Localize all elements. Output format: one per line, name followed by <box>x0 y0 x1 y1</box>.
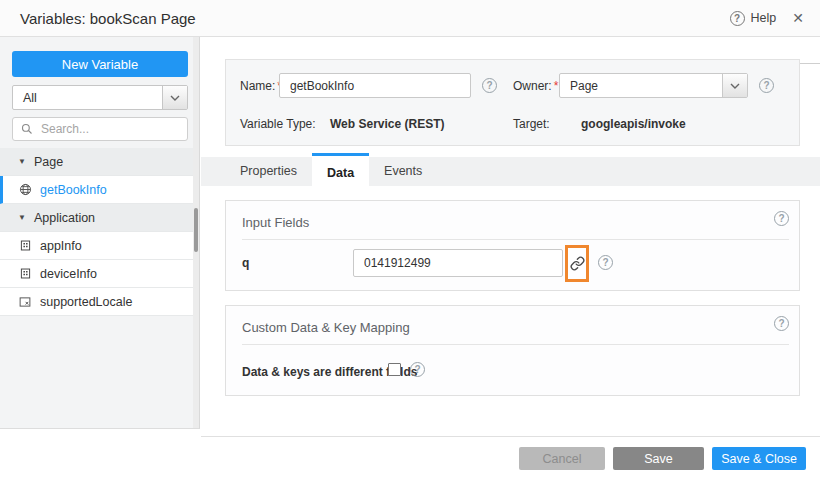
bind-data-button-highlighted[interactable] <box>565 245 589 282</box>
detail-tabs: Properties Data Events <box>201 157 820 186</box>
tree-item-appinfo[interactable]: appInfo <box>0 232 194 260</box>
chain-link-icon <box>570 256 585 271</box>
help-icon: ? <box>730 11 745 26</box>
tab-events[interactable]: Events <box>369 157 437 186</box>
different-fields-checkbox[interactable] <box>388 363 401 376</box>
name-help-icon[interactable]: ? <box>482 78 497 93</box>
locale-icon <box>18 296 32 308</box>
field-value-input[interactable] <box>353 249 563 277</box>
expand-triangle-icon[interactable]: ▼ <box>18 157 26 166</box>
variables-sidebar: New Variable All ▼ Page getBookInfo <box>0 37 200 429</box>
close-icon[interactable]: ✕ <box>792 11 804 25</box>
checkbox-help-icon[interactable]: ? <box>410 362 425 377</box>
section-divider <box>242 239 789 240</box>
app-data-icon <box>18 240 32 251</box>
tree-item-label: supportedLocale <box>40 295 132 309</box>
tree-group-page[interactable]: ▼ Page <box>0 148 194 176</box>
name-label: Name:* <box>240 79 282 93</box>
tab-data[interactable]: Data <box>312 153 369 190</box>
tab-properties[interactable]: Properties <box>225 157 312 186</box>
tree-item-label: appInfo <box>40 239 82 253</box>
variable-filter-dropdown[interactable]: All <box>12 85 188 110</box>
filter-selected-value: All <box>13 91 162 105</box>
variable-type-value: Web Service (REST) <box>330 117 444 131</box>
cancel-button[interactable]: Cancel <box>519 447 605 470</box>
section-title: Custom Data & Key Mapping <box>242 320 410 335</box>
tree-item-supportedlocale[interactable]: supportedLocale <box>0 288 194 316</box>
app-data-icon <box>18 268 32 279</box>
chevron-down-icon[interactable] <box>162 86 187 109</box>
scroll-edge-line <box>799 63 820 64</box>
sidebar-scrollbar-thumb[interactable] <box>194 208 198 252</box>
variable-summary-panel: Name:* ? Owner:* Page ? Variable Type: W… <box>225 59 800 146</box>
tree-item-label: getBookInfo <box>40 183 107 197</box>
section-title: Input Fields <box>242 215 309 230</box>
name-field[interactable] <box>279 73 471 98</box>
save-and-close-button[interactable]: Save & Close <box>712 447 806 470</box>
help-label: Help <box>751 11 777 25</box>
tree-group-application[interactable]: ▼ Application <box>0 204 194 232</box>
help-button[interactable]: ? Help <box>730 11 777 26</box>
tree-group-label: Page <box>34 155 63 169</box>
page-title: Variables: bookScan Page <box>20 10 196 27</box>
required-asterisk: * <box>554 79 559 93</box>
custom-mapping-section: Custom Data & Key Mapping ? Data & keys … <box>225 305 800 396</box>
field-name-label: q <box>242 256 249 270</box>
tree-item-getbookinfo[interactable]: getBookInfo <box>0 176 194 204</box>
input-fields-help-icon[interactable]: ? <box>774 211 789 226</box>
save-button[interactable]: Save <box>613 447 704 470</box>
tree-group-label: Application <box>34 211 95 225</box>
target-value: googleapis/invoke <box>581 117 686 131</box>
variable-detail-panel: Name:* ? Owner:* Page ? Variable Type: W… <box>201 37 820 437</box>
search-box <box>12 117 188 141</box>
dialog-header: Variables: bookScan Page ? Help ✕ <box>0 0 820 37</box>
section-divider <box>242 344 789 345</box>
tree-item-label: deviceInfo <box>40 267 97 281</box>
web-service-icon <box>18 183 32 196</box>
header-actions: ? Help ✕ <box>730 0 804 36</box>
owner-help-icon[interactable]: ? <box>759 78 774 93</box>
field-help-icon[interactable]: ? <box>598 255 613 270</box>
owner-selected-value: Page <box>560 79 722 93</box>
expand-triangle-icon[interactable]: ▼ <box>18 213 26 222</box>
target-label: Target: <box>513 117 550 131</box>
footer-actions: Cancel Save Save & Close <box>519 447 806 470</box>
custom-mapping-help-icon[interactable]: ? <box>774 316 789 331</box>
variables-dialog: Variables: bookScan Page ? Help ✕ New Va… <box>0 0 820 486</box>
chevron-down-icon[interactable] <box>722 74 747 97</box>
variables-tree: ▼ Page getBookInfo ▼ Application appInfo <box>0 148 194 316</box>
owner-dropdown[interactable]: Page <box>559 73 748 98</box>
input-fields-section: Input Fields ? q ? <box>225 200 800 291</box>
owner-label: Owner:* <box>513 79 558 93</box>
tree-item-deviceinfo[interactable]: deviceInfo <box>0 260 194 288</box>
search-input[interactable] <box>39 121 173 137</box>
new-variable-button[interactable]: New Variable <box>12 51 188 77</box>
search-icon <box>21 123 33 135</box>
variable-type-label: Variable Type: <box>240 117 316 131</box>
